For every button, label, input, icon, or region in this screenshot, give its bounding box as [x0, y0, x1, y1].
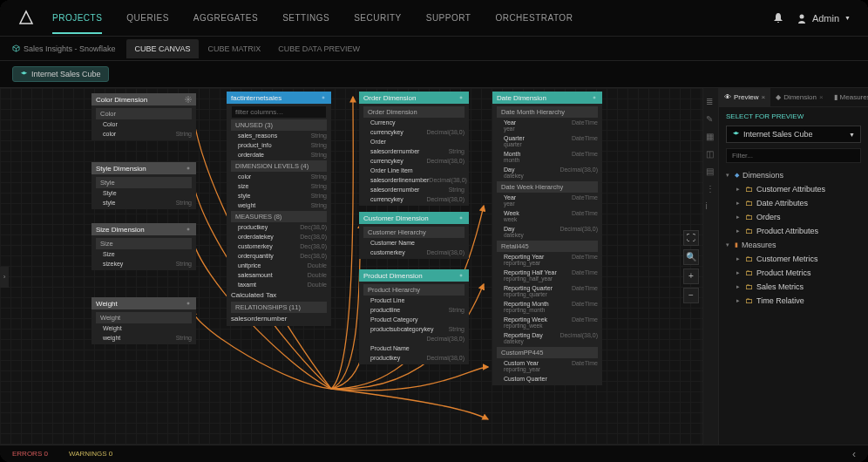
tree-item[interactable]: ▸🗀Date Attributes	[724, 196, 863, 210]
close-icon[interactable]: ×	[761, 93, 765, 101]
panel-color-dimension[interactable]: Color Dimension Color Color colorString	[92, 93, 196, 140]
panel-weight[interactable]: Weight Weight Weight weightString	[92, 297, 196, 344]
user-menu[interactable]: Admin ▼	[797, 13, 851, 24]
db-icon[interactable]: ◫	[706, 149, 716, 160]
cube-chip[interactable]: Internet Sales Cube	[12, 66, 109, 82]
tree-item[interactable]: ▸🗀Customer Metrics	[724, 252, 863, 266]
topnav-settings[interactable]: SETTINGS	[282, 13, 329, 23]
panel-row: YearyearDateTime	[497, 118, 598, 133]
svg-point-4	[187, 302, 189, 304]
panel-row: Reporting Quarterreporting_quarterDateTi…	[497, 283, 598, 299]
panel-row: Customer Name	[363, 238, 465, 248]
panel-row: weightString	[231, 200, 327, 210]
fit-button[interactable]: ⛶	[683, 230, 699, 246]
tree-item[interactable]: ▸🗀Product Metrics	[724, 266, 863, 280]
topnav-projects[interactable]: PROJECTS	[52, 13, 102, 34]
topnav-support[interactable]: SUPPORT	[426, 13, 471, 23]
panel-size-dimension[interactable]: Size Dimension Size Size sizekeyString	[92, 223, 196, 270]
panel-row: productlineString	[363, 305, 465, 315]
gear-icon	[591, 94, 598, 101]
zoom-in-button[interactable]: +	[683, 268, 699, 284]
panel-row: Reporting Monthreporting_monthDateTime	[497, 299, 598, 315]
gear-icon	[458, 94, 465, 101]
gear-icon	[320, 94, 327, 101]
gear-icon	[185, 96, 192, 103]
panel-row: orderdatekeyDec(38,0)	[231, 232, 327, 241]
topbar: PROJECTSQUERIESAGGREGATESSETTINGSSECURIT…	[0, 0, 868, 37]
errors-count[interactable]: ERRORS 0	[12, 450, 48, 458]
more-icon[interactable]: ⋮	[706, 184, 716, 194]
panel-row: Reporting Yearreporting_yearDateTime	[497, 252, 598, 268]
panel-row: customerkeyDecimal(38,0)	[363, 248, 465, 257]
zoom-out-button[interactable]: −	[683, 288, 699, 303]
side-tab-preview[interactable]: 👁 Preview ×	[719, 88, 770, 106]
sidebar-filter-input[interactable]	[726, 148, 861, 163]
info-icon[interactable]: i	[706, 201, 716, 212]
logo-icon	[17, 10, 35, 27]
tabbar: Sales Insights - Snowflake CUBE CANVASCU…	[0, 37, 868, 61]
panel-row: orderquantityDec(38,0)	[231, 251, 327, 261]
svg-point-1	[187, 99, 189, 100]
topnav-security[interactable]: SECURITY	[354, 13, 402, 23]
panel-order-dimension[interactable]: Order Dimension Order Dimension Currency…	[359, 92, 469, 206]
panel-row: colorString	[231, 172, 327, 181]
meas-icon: ▮	[834, 93, 837, 101]
panel-style-dimension[interactable]: Style Dimension Style Style styleString	[92, 162, 196, 209]
panel-row: salesamountDouble	[231, 270, 327, 280]
layers-icon[interactable]: ≣	[706, 97, 716, 107]
statusbar-expand[interactable]: ‹	[852, 448, 856, 460]
canvas-toolstack: ⛶ 🔍 + −	[683, 230, 699, 303]
cube-chip-bar: Internet Sales Cube	[0, 61, 868, 88]
view-tab-0[interactable]: CUBE CANVAS	[126, 39, 200, 58]
user-icon	[797, 13, 807, 24]
close-icon[interactable]: ×	[819, 93, 824, 101]
svg-point-3	[187, 228, 189, 230]
panel-row: Order	[363, 137, 465, 146]
topnav-queries[interactable]: QUERIES	[126, 13, 169, 23]
breadcrumb[interactable]: Sales Insights - Snowflake	[12, 44, 116, 53]
notifications-icon[interactable]	[772, 12, 784, 24]
tree-item[interactable]: ▸🗀Time Relative	[724, 294, 863, 308]
tree-item[interactable]: ▸🗀Sales Metrics	[724, 280, 863, 294]
side-tab-dimension[interactable]: ◆ Dimension ×	[770, 88, 828, 106]
panel-customer-dimension[interactable]: Customer Dimension Customer Hierarchy Cu…	[359, 212, 469, 259]
link-icon[interactable]: ✎	[706, 114, 716, 125]
svg-point-2	[187, 167, 189, 169]
warnings-count[interactable]: WARNINGS 0	[69, 450, 112, 458]
view-tab-2[interactable]: CUBE DATA PREVIEW	[269, 39, 369, 58]
panel-row: productkeyDec(38,0)	[231, 222, 327, 232]
panel-row: Custom Quarter	[497, 374, 598, 384]
panel-row: sales_reasonsString	[231, 131, 327, 140]
tree-item[interactable]: ▸🗀Orders	[724, 210, 863, 224]
tree-item[interactable]: ▸🗀Customer Attributes	[724, 182, 863, 196]
panel-row: salesorderlinenumberDecimal(38,0)	[363, 175, 465, 185]
tree-item[interactable]: ▸🗀Product Attributes	[724, 224, 863, 238]
column-filter-input[interactable]	[231, 105, 327, 119]
panel-product-dimension[interactable]: Product Dimension Product Hierarchy Prod…	[359, 269, 469, 364]
panel-date-dimension[interactable]: Date Dimension Date Month HierarchyYeary…	[492, 92, 602, 385]
cube-canvas[interactable]: › Color Dimens	[0, 88, 702, 445]
cube-select[interactable]: Internet Sales Cube ▼	[726, 126, 861, 143]
search-button[interactable]: 🔍	[683, 249, 699, 265]
gear-icon	[458, 214, 465, 221]
panel-row: Product Category	[363, 315, 465, 324]
panel-factinternetsales[interactable]: factinternetsales UNUSED (3) sales_reaso…	[227, 92, 331, 326]
panel-row: Reporting DaydatekeyDecimal(38,0)	[497, 330, 598, 346]
sheet-icon[interactable]: ▤	[706, 166, 716, 177]
svg-point-5	[322, 97, 324, 99]
grid-icon[interactable]: ▦	[706, 132, 716, 142]
chevron-down-icon: ▼	[844, 15, 851, 21]
svg-point-6	[460, 97, 462, 99]
view-tab-1[interactable]: CUBE MATRIX	[199, 39, 269, 58]
topnav-orchestrator[interactable]: ORCHESTRATOR	[495, 13, 573, 23]
side-tab-measures[interactable]: ▮ Measures ×	[829, 88, 868, 106]
cube-icon	[20, 71, 28, 78]
chevron-down-icon: ▼	[849, 132, 855, 138]
gear-icon	[185, 226, 192, 233]
main-area: › Color Dimens	[0, 88, 868, 445]
left-collapse-toggle[interactable]: ›	[0, 267, 9, 288]
topnav-aggregates[interactable]: AGGREGATES	[193, 13, 258, 23]
panel-row: WeekweekDateTime	[497, 208, 598, 224]
panel-row: Reporting Weekreporting_weekDateTime	[497, 315, 598, 330]
preview-tree[interactable]: ▾◆Dimensions ▸🗀Customer Attributes▸🗀Date…	[719, 168, 868, 445]
